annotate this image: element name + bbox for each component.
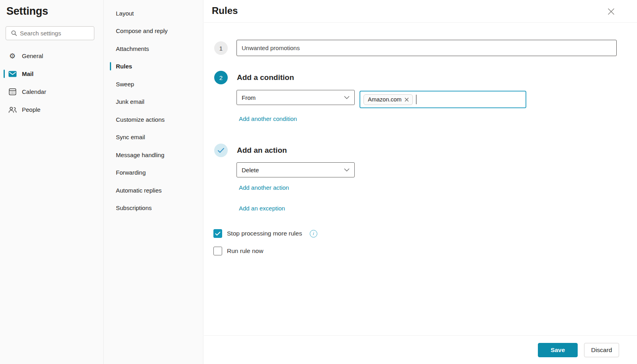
close-icon xyxy=(608,8,615,15)
add-an-exception-link[interactable]: Add an exception xyxy=(239,205,285,212)
nav-item-attachments[interactable]: Attachments xyxy=(104,40,203,58)
rule-name-input[interactable] xyxy=(242,45,612,51)
condition-type-dropdown[interactable]: From xyxy=(236,90,355,105)
text-cursor xyxy=(416,95,417,104)
mail-settings-nav: Layout Compose and reply Attachments Rul… xyxy=(104,0,203,364)
sidebar-item-calendar[interactable]: Calendar xyxy=(0,83,104,101)
search-settings-input[interactable] xyxy=(20,30,91,37)
rules-panel: Rules 1 2 Add a condition From Amazon.co… xyxy=(204,0,637,364)
selected-indicator xyxy=(110,62,111,70)
nav-item-automatic-replies[interactable]: Automatic replies xyxy=(104,181,203,199)
nav-item-label: Automatic replies xyxy=(116,187,162,194)
nav-item-label: Layout xyxy=(116,10,134,17)
run-rule-now-checkbox[interactable] xyxy=(213,247,222,255)
search-icon xyxy=(11,30,18,37)
nav-item-label: Message handling xyxy=(116,152,164,158)
step-number: 2 xyxy=(219,74,223,81)
dropdown-selected-value: Delete xyxy=(242,167,344,173)
close-button[interactable] xyxy=(606,6,616,17)
nav-item-label: Sweep xyxy=(116,81,134,88)
dropdown-selected-value: From xyxy=(242,94,344,101)
run-rule-now-option-row: Run rule now xyxy=(213,247,263,255)
checkbox-label: Run rule now xyxy=(227,247,263,255)
panel-footer: Save Discard xyxy=(204,335,637,364)
nav-item-message-handling[interactable]: Message handling xyxy=(104,146,203,164)
nav-item-label: Subscriptions xyxy=(116,204,152,211)
nav-item-label: Compose and reply xyxy=(116,27,168,34)
sidebar-item-mail[interactable]: Mail xyxy=(0,65,104,83)
add-another-condition-link[interactable]: Add another condition xyxy=(239,115,297,122)
nav-item-sweep[interactable]: Sweep xyxy=(104,75,203,93)
condition-value-input[interactable]: Amazon.com xyxy=(360,91,526,108)
checkmark-icon xyxy=(217,148,225,153)
chevron-down-icon xyxy=(344,96,350,99)
mail-settings-nav-list: Layout Compose and reply Attachments Rul… xyxy=(104,4,203,217)
info-glyph: i xyxy=(313,231,314,236)
condition-value-tag: Amazon.com xyxy=(363,94,413,105)
sidebar-item-people[interactable]: People xyxy=(0,101,104,119)
nav-item-subscriptions[interactable]: Subscriptions xyxy=(104,199,203,217)
step-1-badge: 1 xyxy=(214,41,228,55)
panel-header: Rules xyxy=(204,0,637,23)
condition-section-title: Add a condition xyxy=(237,73,294,82)
nav-item-rules[interactable]: Rules xyxy=(104,58,203,76)
step-2-badge: 2 xyxy=(214,71,228,84)
info-icon[interactable]: i xyxy=(310,230,317,237)
sidebar-item-label: People xyxy=(22,106,41,113)
nav-item-label: Customize actions xyxy=(116,116,165,123)
tag-label: Amazon.com xyxy=(368,96,402,103)
nav-item-label: Forwarding xyxy=(116,169,146,176)
selected-indicator xyxy=(4,70,5,78)
nav-item-compose-and-reply[interactable]: Compose and reply xyxy=(104,22,203,40)
mail-icon xyxy=(8,71,17,77)
nav-item-layout[interactable]: Layout xyxy=(104,4,203,22)
settings-category-list: ⚙ General Mail Calendar xyxy=(0,47,104,119)
action-type-dropdown[interactable]: Delete xyxy=(236,162,355,177)
calendar-icon xyxy=(8,88,17,95)
nav-item-label: Sync email xyxy=(116,134,145,140)
stop-processing-checkbox[interactable] xyxy=(213,229,222,238)
nav-item-label: Rules xyxy=(116,63,132,70)
sidebar-item-general[interactable]: ⚙ General xyxy=(0,47,104,65)
sidebar-item-label: General xyxy=(22,53,43,59)
stop-processing-option-row: Stop processing more rules i xyxy=(213,229,317,238)
nav-item-junk-email[interactable]: Junk email xyxy=(104,93,203,111)
nav-item-label: Attachments xyxy=(116,45,149,52)
checkmark-icon xyxy=(215,232,221,236)
step-3-badge xyxy=(214,144,228,157)
nav-item-sync-email[interactable]: Sync email xyxy=(104,128,203,146)
checkbox-label: Stop processing more rules xyxy=(227,230,302,237)
save-button[interactable]: Save xyxy=(538,343,578,357)
action-section-title: Add an action xyxy=(237,146,287,155)
nav-item-forwarding[interactable]: Forwarding xyxy=(104,164,203,182)
sidebar-item-label: Calendar xyxy=(22,88,46,95)
sidebar-item-label: Mail xyxy=(22,70,33,77)
nav-item-label: Junk email xyxy=(116,98,145,105)
settings-title: Settings xyxy=(6,5,104,18)
discard-button[interactable]: Discard xyxy=(584,343,619,357)
people-icon xyxy=(8,106,17,113)
chevron-down-icon xyxy=(344,168,350,171)
step-number: 1 xyxy=(219,45,223,52)
add-another-action-link[interactable]: Add another action xyxy=(239,184,289,191)
page-title: Rules xyxy=(212,5,238,16)
settings-sidebar: Settings ⚙ General Mail xyxy=(0,0,104,364)
nav-item-customize-actions[interactable]: Customize actions xyxy=(104,111,203,128)
remove-tag-icon[interactable] xyxy=(404,97,409,102)
gear-icon: ⚙ xyxy=(8,53,17,60)
rule-name-field xyxy=(236,40,617,56)
search-settings-box[interactable] xyxy=(6,26,94,40)
